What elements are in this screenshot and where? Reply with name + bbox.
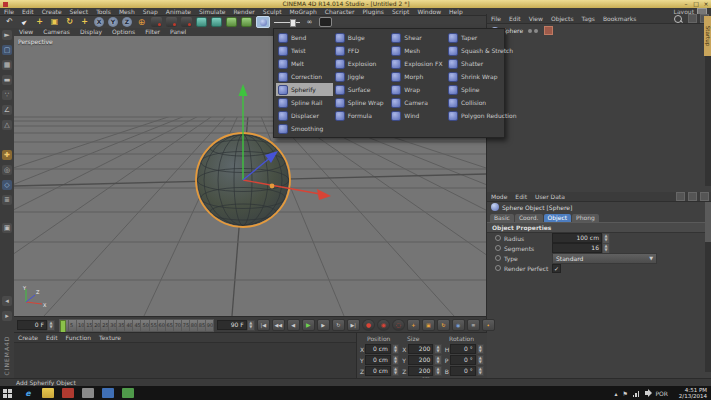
viewport-solo-icon[interactable]: ◎ [2,165,12,175]
position-input[interactable]: 0 cm [365,366,391,376]
texture-mode-icon[interactable]: ▦ [2,60,12,70]
current-frame-input[interactable]: 0 F [17,320,47,330]
tray-expand-icon[interactable]: ▴ [615,390,618,397]
deformer-menu-item[interactable]: Jiggle [333,70,390,83]
menu-item[interactable]: Script [388,8,413,15]
deformer-menu-item[interactable]: Spherify [276,83,333,96]
history-back-icon[interactable]: ◂ [2,296,12,306]
deformer-menu-item[interactable]: Wrap [389,83,446,96]
object-manager-menu-item[interactable]: View [525,14,547,23]
position-input[interactable]: 0 cm [365,344,391,354]
model-mode-icon[interactable]: ▢ [2,45,12,55]
scale-tool-icon[interactable]: ▣ [49,17,60,27]
menu-item[interactable]: Snap [139,8,162,15]
key-scale-toggle[interactable]: ▣ [422,319,435,331]
start-button[interactable] [0,386,14,400]
rotation-input[interactable]: 0 ° [450,355,476,365]
convert-selection-icon[interactable]: ► [2,30,12,40]
slider-knob[interactable] [290,19,296,27]
position-spinner[interactable]: ▲▼ [392,355,399,365]
z-axis-lock-button[interactable]: Z [122,17,132,27]
toolbar-slider[interactable] [274,17,300,27]
segments-input[interactable]: 16 [552,243,602,253]
deformer-menu-item[interactable]: Shrink Wrap [446,70,504,83]
radius-handle[interactable] [270,184,275,189]
taskbar-ie-icon[interactable]: e [22,388,34,398]
last-tool-icon[interactable]: + [79,17,90,27]
render-view-icon[interactable] [151,17,162,27]
rotate-tool-icon[interactable]: ↻ [64,17,75,27]
deformer-menu-item[interactable]: Displacer [276,109,333,122]
deformer-menu-item[interactable]: Camera [389,96,446,109]
end-frame-spinner[interactable]: ▲▼ [247,320,255,331]
go-start-button[interactable]: |◀ [257,319,270,331]
deformer-menu-item[interactable]: Spline Wrap [333,96,390,109]
frame-spinner[interactable]: ▲▼ [47,320,55,331]
menu-item[interactable]: Render [229,8,258,15]
play-button[interactable]: ▶ [302,319,315,331]
material-menu-item[interactable]: Texture [95,333,125,342]
spline-pen-icon[interactable] [211,17,222,27]
viewport-menu-item[interactable]: Options [107,28,140,36]
menu-item[interactable]: MoGraph [286,8,321,15]
attribute-menu-item[interactable]: Mode [487,192,511,201]
attribute-tab[interactable]: Object [544,214,572,222]
render-perfect-checkbox[interactable]: ✓ [552,264,561,273]
visibility-dots[interactable] [528,29,540,33]
modeling-objects-icon[interactable] [241,17,252,27]
deformer-menu-item[interactable]: Spline Rail [276,96,333,109]
timeline-ruler[interactable]: 051015202530354045505560657075808590 [59,319,214,332]
volume-icon[interactable] [645,391,649,395]
viewport-menu-item[interactable]: Filter [140,28,165,36]
history-forward-icon[interactable]: ▸ [2,311,12,321]
layout-tab-startup[interactable]: Startup [704,16,711,56]
taskbar-app-green-icon[interactable] [122,388,134,398]
autokey-button[interactable]: ◉ [377,319,390,331]
current-frame-marker[interactable] [60,320,66,333]
rotation-spinner[interactable]: ▲▼ [477,344,484,354]
size-spinner[interactable]: ▲▼ [434,344,441,354]
undo-icon[interactable]: ↶ [4,17,15,27]
taskbar-app-red-icon[interactable] [62,388,74,398]
deformer-menu-item[interactable]: Surface [333,83,390,96]
deformer-menu-item[interactable]: Explosion FX [389,57,446,70]
polygons-mode-icon[interactable]: △ [2,120,12,130]
type-dropdown[interactable]: Standard ▼ [552,253,657,264]
deformer-menu-item[interactable]: Polygon Reduction [446,109,504,122]
network-icon[interactable] [633,390,641,397]
edges-mode-icon[interactable]: ∠ [2,105,12,115]
anim-dot-icon[interactable] [495,265,501,271]
attribute-tab[interactable]: Basic [490,214,514,222]
attribute-tab[interactable]: Coord. [515,214,543,222]
language-indicator[interactable]: POR [655,390,668,397]
rotation-spinner[interactable]: ▲▼ [477,355,484,365]
key-position-toggle[interactable]: + [407,319,420,331]
enable-axis-icon[interactable]: ✚ [2,150,12,160]
menu-item[interactable]: Help [445,8,467,15]
snap-icon[interactable]: ◇ [2,180,12,190]
position-spinner[interactable]: ▲▼ [392,366,399,376]
menu-item[interactable]: Tools [92,8,115,15]
material-menu-item[interactable]: Create [14,333,42,342]
menu-item[interactable]: Plugins [358,8,388,15]
deformer-menu-item[interactable]: Spline [446,83,504,96]
size-spinner[interactable]: ▲▼ [434,355,441,365]
deformer-menu-item[interactable]: Squash & Stretch [446,44,504,57]
deformer-menu-item[interactable]: Taper [446,31,504,44]
move-tool-icon[interactable]: + [34,17,45,27]
deformer-menu-item[interactable]: Shear [389,31,446,44]
deformer-menu-item[interactable]: Smoothing [276,122,333,135]
phong-tag-icon[interactable] [544,26,553,35]
deformer-menu-item[interactable]: Collision [446,96,504,109]
deformer-menu-item[interactable]: Twist [276,44,333,57]
menu-item[interactable]: Character [321,8,359,15]
lock-icon[interactable] [688,192,697,201]
x-axis-lock-button[interactable]: X [94,17,104,27]
menu-item[interactable]: Select [66,8,93,15]
object-manager-menu-item[interactable]: File [487,14,505,23]
keyframe-key-icon[interactable]: ⬩ [482,319,495,331]
link-icon[interactable]: ∞ [304,17,315,27]
viewport-menu-item[interactable]: Panel [165,28,191,36]
radius-input[interactable]: 100 cm [552,233,602,243]
quantize-icon[interactable]: ≣ [2,195,12,205]
